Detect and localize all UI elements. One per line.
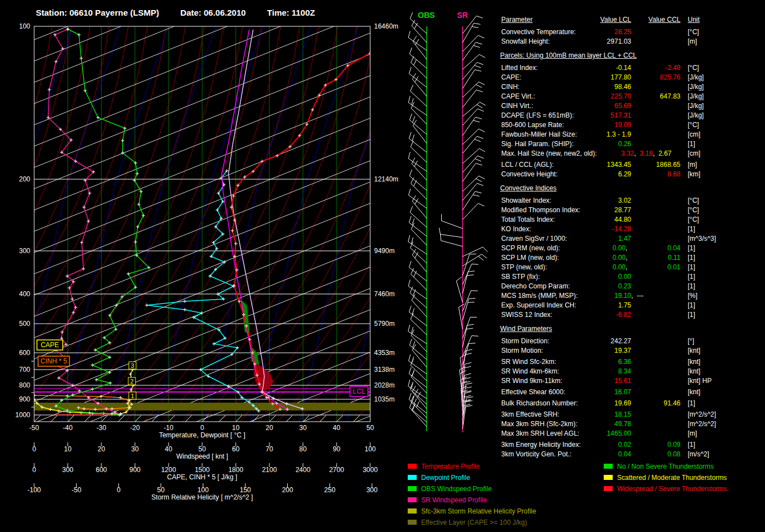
axis-tick-label: -30 [96, 424, 106, 432]
table-row: 3km Effective SRH:18.15[m^2/s^2] [500, 410, 764, 419]
axis-tick-label: 10 [64, 445, 72, 453]
axis-tick-label: 50 [198, 445, 206, 453]
legend-swatch [408, 508, 417, 514]
table-row: KO Index:-14.28[1] [500, 225, 764, 234]
table-section-header: Convective Indices [500, 184, 764, 196]
parcel-path [222, 30, 262, 392]
axis-tick-label: 30 [299, 424, 307, 432]
pressure-label: 600 [19, 349, 30, 357]
axis-tick-label: 0 [200, 424, 204, 432]
axis-tick-label: 60 [232, 445, 240, 453]
table-row: Showalter Index:3.02[°C] [500, 196, 764, 206]
svg-text:CAPE: CAPE [41, 341, 59, 349]
table-section-header: Parcels: Using 100mB mean layer LCL + CC… [500, 51, 764, 63]
pressure-label: 1000 [15, 411, 30, 419]
table-row: Sig. Hail Param. (SHIP):0.26[1] [500, 139, 764, 149]
axis-tick-label: -20 [130, 424, 140, 432]
axis-tick-label: 0 [116, 486, 120, 494]
table-row: DCAPE (LFS = 651mB):517.31[J/kg] [500, 111, 764, 120]
axis-tick-label: 70 [265, 445, 273, 453]
profile-legend-item: Temperature Profile [408, 460, 536, 472]
pressure-label: 900 [19, 395, 30, 403]
skewt-app-window: Station: 06610 Payerne (LSMP)Date: 06.06… [0, 0, 765, 532]
axis-tick-label: 40 [165, 445, 172, 453]
table-row: STP (new, old):0.00, 0.01[1] [500, 263, 764, 272]
altitude-label: 5790m [374, 320, 395, 328]
effective-layer-band [34, 403, 370, 410]
axis-tick-label: 1500 [195, 466, 210, 474]
table-row: Craven SigSvr / 1000:1.47[m^3/s^3] [500, 234, 764, 244]
table-row: SR Wind 9km-11km:15.61[knt] HP [500, 376, 764, 386]
axis-tick-label: 150 [240, 486, 251, 494]
legend-swatch [604, 475, 613, 480]
km-marker-label: 1 [130, 393, 134, 399]
table-row: Max 3km SRH Level AGL:1465.00[m] [500, 429, 764, 438]
table-row: Convective Temperature:28.25[°C] [500, 27, 764, 37]
legend-swatch [408, 497, 417, 502]
altitude-label: 9490m [374, 247, 395, 255]
table-row: SR Wind Sfc-2km:6.36[knt] [500, 357, 764, 367]
axis-tick-label: 1800 [228, 466, 244, 474]
table-row: MCS 18m/s (MMP, MSP):19.10, ---[%] [500, 291, 764, 301]
axis-tick-label: 2100 [262, 466, 277, 474]
severity-legend: No / Non Severe ThunderstormsScattered /… [604, 460, 727, 494]
altitude-label: 12140m [374, 175, 398, 183]
svg-text:CINH * 5: CINH * 5 [40, 357, 67, 365]
pressure-label: 700 [19, 366, 30, 374]
legend-swatch [604, 464, 613, 469]
altitude-label: 1035m [374, 395, 395, 403]
axis-tick-label: -50 [72, 486, 82, 494]
x-axis: 0102030405060708090100Windspeed [ knt ] [32, 442, 376, 460]
altitude-label: 4353m [374, 349, 395, 357]
plot-frame: 10016460m20012140m3009490m4007460m500579… [15, 22, 398, 422]
axis-tick-label: 0 [32, 445, 36, 453]
profile-legend-item: OBS Windspeed Profile [408, 483, 536, 494]
km-marker-label: 2 [130, 378, 133, 385]
table-row: Modified Thompson Index:28.77[°C] [500, 206, 764, 215]
table-row: LCL / CCL (AGL):1343.451868.65[m] [500, 160, 764, 170]
table-row: SB STP (fix):0.00[1] [500, 272, 764, 282]
axis-tick-label: 10 [232, 424, 240, 432]
axis-tick-label: 30 [131, 445, 139, 453]
altitude-label: 2028m [374, 381, 395, 389]
x-axis: 03006009001200150018002100240027003000CA… [32, 463, 378, 481]
table-row: CAPE:177.80825.76[J/kg] [500, 73, 764, 82]
legend-swatch [408, 464, 417, 469]
axis-tick-label: 300 [366, 486, 377, 494]
axis-tick-label: 0 [32, 466, 36, 474]
table-row: Effective Shear 6000:16.07[knt] [500, 388, 764, 397]
severity-legend-item: No / Non Severe Thunderstorms [604, 460, 727, 472]
table-row: 3km Vorticity Gen. Pot.:0.040.08[m/s^2] [500, 450, 764, 459]
axis-tick-label: 2400 [296, 466, 311, 474]
axis-tick-label: -40 [63, 424, 73, 432]
axis-tick-label: -10 [164, 424, 174, 432]
axis-tick-label: 90 [333, 445, 340, 453]
axis-title: Temperature, Dewpoint [ °C ] [159, 431, 245, 439]
table-row: Exp. Supercell Index CH:1.75[1] [500, 301, 764, 310]
table-row: 850-600 Lapse Rate:19.09[°C] [500, 120, 764, 130]
profile-legend-item: Dewpoint Profile [408, 472, 536, 483]
axis-tick-label: 2700 [329, 466, 344, 474]
profile-legend: Temperature ProfileDewpoint ProfileOBS W… [408, 460, 536, 528]
axis-tick-label: 900 [129, 466, 141, 474]
legend-swatch [408, 486, 417, 491]
axis-tick-label: 600 [96, 466, 107, 474]
axis-tick-label: 20 [97, 445, 105, 453]
pressure-label: 300 [19, 247, 30, 255]
table-row: SR Wind 4km-6km:8.34[knt] [500, 367, 764, 376]
table-row: CINH Virt.:65.69[J/kg] [500, 101, 764, 111]
table-row: SCP LM (new, old):0.00, 0.11[1] [500, 253, 764, 263]
axis-tick-label: 40 [333, 424, 340, 432]
cape-cin-fills [241, 300, 273, 392]
axis-tick-label: 50 [366, 424, 374, 432]
pressure-label: 500 [19, 320, 30, 328]
table-row: Max 3km SRH (Sfc-2km):49.78[m^2/s^2] [500, 419, 764, 429]
altitude-label: 7460m [374, 290, 395, 298]
axis-tick-label: 3000 [363, 466, 378, 474]
x-axis: -100-50050100150200250300Storm Relative … [27, 483, 378, 501]
table-row: Bulk Richardson Number:19.6991.46[1] [500, 399, 764, 408]
axis-title: Storm Relative Helicity [ m^2/s^2 ] [151, 493, 253, 501]
table-section-header: Wind Parameters [500, 324, 764, 337]
altitude-label: 16460m [374, 22, 398, 30]
pressure-label: 200 [19, 175, 30, 183]
